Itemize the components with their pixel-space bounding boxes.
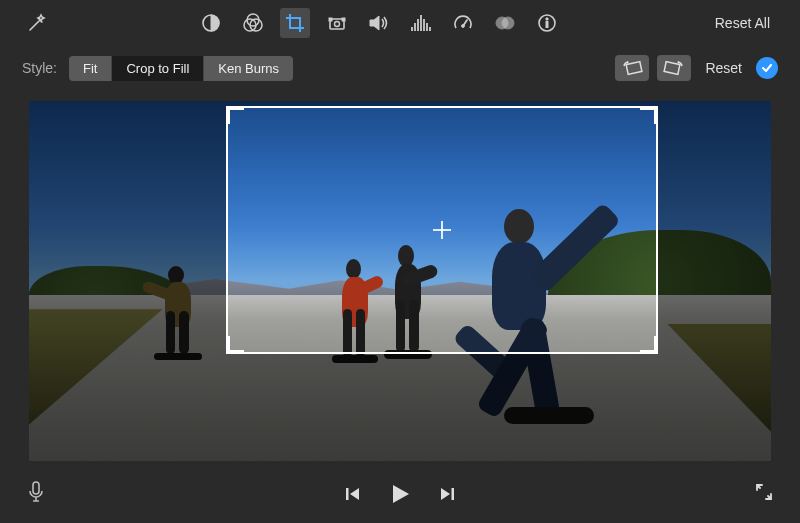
- rotate-ccw-button[interactable]: [615, 55, 649, 81]
- imovie-crop-panel: Reset All Style: Fit Crop to Fill Ken Bu…: [0, 0, 800, 523]
- reset-all-button[interactable]: Reset All: [707, 11, 778, 35]
- style-option-crop-to-fill[interactable]: Crop to Fill: [112, 56, 204, 81]
- svg-rect-14: [627, 62, 643, 75]
- svg-rect-6: [342, 18, 345, 21]
- svg-point-12: [546, 18, 548, 20]
- style-option-ken-burns[interactable]: Ken Burns: [204, 56, 293, 81]
- previous-frame-button[interactable]: [344, 485, 362, 503]
- fullscreen-icon[interactable]: [754, 482, 774, 506]
- color-balance-icon[interactable]: [196, 8, 226, 38]
- svg-point-10: [502, 17, 514, 29]
- svg-rect-15: [665, 62, 681, 75]
- svg-point-8: [462, 25, 465, 28]
- adjustments-toolbar: Reset All: [0, 0, 800, 46]
- svg-rect-16: [33, 482, 39, 494]
- apply-crop-button[interactable]: [756, 57, 778, 79]
- crop-icon[interactable]: [280, 8, 310, 38]
- crop-rectangle[interactable]: [226, 106, 658, 354]
- reset-crop-button[interactable]: Reset: [699, 56, 748, 80]
- auto-enhance-icon[interactable]: [22, 8, 52, 38]
- crop-center-icon: [433, 221, 451, 239]
- svg-point-7: [335, 22, 340, 27]
- crop-handle-tl[interactable]: [226, 106, 244, 124]
- crop-handle-tr[interactable]: [640, 106, 658, 124]
- crop-handle-br[interactable]: [640, 336, 658, 354]
- volume-icon[interactable]: [364, 8, 394, 38]
- play-button[interactable]: [388, 482, 412, 506]
- video-preview[interactable]: [29, 101, 771, 461]
- next-frame-button[interactable]: [438, 485, 456, 503]
- style-label: Style:: [22, 60, 57, 76]
- rotate-cw-button[interactable]: [657, 55, 691, 81]
- info-icon[interactable]: [532, 8, 562, 38]
- svg-rect-17: [346, 488, 349, 500]
- svg-rect-5: [329, 18, 332, 21]
- color-correction-icon[interactable]: [238, 8, 268, 38]
- preview-area: [0, 90, 800, 465]
- playback-bar: [0, 465, 800, 523]
- clip-filter-icon[interactable]: [490, 8, 520, 38]
- crop-style-bar: Style: Fit Crop to Fill Ken Burns Reset: [0, 46, 800, 90]
- speed-icon[interactable]: [448, 8, 478, 38]
- style-option-fit[interactable]: Fit: [69, 56, 112, 81]
- stabilization-icon[interactable]: [322, 8, 352, 38]
- noise-eq-icon[interactable]: [406, 8, 436, 38]
- style-segmented-control: Fit Crop to Fill Ken Burns: [69, 56, 293, 81]
- svg-rect-18: [452, 488, 455, 500]
- voiceover-mic-icon[interactable]: [26, 480, 166, 508]
- svg-rect-13: [546, 22, 548, 28]
- crop-handle-bl[interactable]: [226, 336, 244, 354]
